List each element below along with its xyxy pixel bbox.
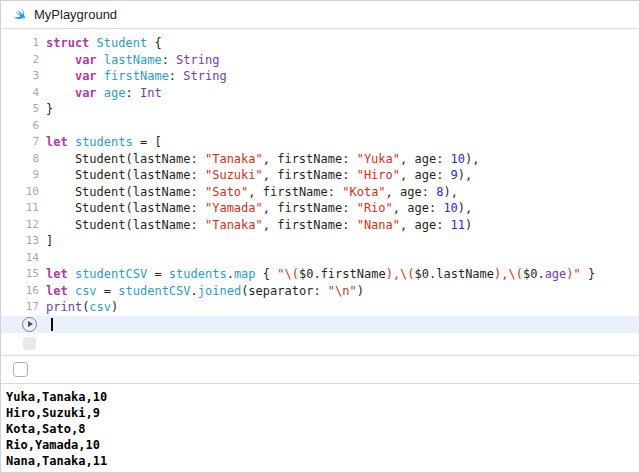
code-text: ]: [46, 233, 53, 250]
cursor-line[interactable]: [1, 316, 639, 334]
code-text: }: [46, 101, 53, 118]
code-line[interactable]: 7let students = [: [1, 134, 639, 151]
console-output: Yuka,Tanaka,10Hiro,Suzuki,9Kota,Sato,8Ri…: [1, 384, 639, 472]
code-line[interactable]: 16let csv = studentCSV.joined(separator:…: [1, 283, 639, 300]
playground-title: MyPlayground: [34, 7, 117, 22]
code-line[interactable]: 17print(csv): [1, 299, 639, 316]
code-text: print(csv): [46, 299, 118, 316]
swift-bird-icon: [12, 7, 27, 22]
line-number: 3: [1, 68, 39, 85]
code-editor[interactable]: 1struct Student {2 var lastName: String3…: [1, 29, 639, 355]
play-icon: [28, 321, 33, 327]
line-number: 4: [1, 85, 39, 102]
line-number: 13: [1, 233, 39, 250]
code-line[interactable]: 9 Student(lastName: "Suzuki", firstName:…: [1, 167, 639, 184]
code-text: var lastName: String: [46, 52, 219, 69]
code-text: var firstName: String: [46, 68, 227, 85]
line-number: 15: [1, 266, 39, 283]
code-text: let csv = studentCSV.joined(separator: "…: [46, 283, 364, 300]
code-line[interactable]: 4 var age: Int: [1, 85, 639, 102]
code-text: Student(lastName: "Suzuki", firstName: "…: [46, 167, 472, 184]
line-number: 8: [1, 151, 39, 168]
code-line[interactable]: 13]: [1, 233, 639, 250]
line-number: 9: [1, 167, 39, 184]
line-number: 7: [1, 134, 39, 151]
playground-window: MyPlayground 1struct Student {2 var last…: [0, 0, 640, 473]
code-text: struct Student {: [46, 35, 162, 52]
code-line[interactable]: 15let studentCSV = students.map { "\($0.…: [1, 266, 639, 283]
line-number: 10: [1, 184, 39, 201]
code-line[interactable]: 6: [1, 118, 639, 135]
code-line[interactable]: 11 Student(lastName: "Yamada", firstName…: [1, 200, 639, 217]
code-text: Student(lastName: "Sato", firstName: "Ko…: [46, 184, 458, 201]
console-line: Hiro,Suzuki,9: [6, 405, 639, 421]
code-text: Student(lastName: "Tanaka", firstName: "…: [46, 151, 480, 168]
playground-header: MyPlayground: [1, 1, 639, 29]
console-toolbar: [1, 356, 639, 383]
code-line[interactable]: 1struct Student {: [1, 35, 639, 52]
line-number: 2: [1, 52, 39, 69]
console-line: Yuka,Tanaka,10: [6, 389, 639, 405]
code-text: let students = [: [46, 134, 162, 151]
code-text: Student(lastName: "Yamada", firstName: "…: [46, 200, 472, 217]
line-number: 12: [1, 217, 39, 234]
line-number: 16: [1, 283, 39, 300]
run-button[interactable]: [22, 317, 37, 332]
console-line: Nana,Tanaka,11: [6, 453, 639, 469]
code-text: Student(lastName: "Tanaka", firstName: "…: [46, 217, 472, 234]
line-number: 1: [1, 35, 39, 52]
text-cursor: [51, 318, 53, 331]
results-checkbox[interactable]: [13, 362, 28, 377]
line-number: 14: [1, 250, 39, 267]
console-line: Rio,Yamada,10: [6, 437, 639, 453]
line-number: 11: [1, 200, 39, 217]
code-line[interactable]: 12 Student(lastName: "Tanaka", firstName…: [1, 217, 639, 234]
editor-footer-square: [23, 337, 36, 350]
code-line[interactable]: 10 Student(lastName: "Sato", firstName: …: [1, 184, 639, 201]
code-text: let studentCSV = students.map { "\($0.fi…: [46, 266, 595, 283]
code-line[interactable]: 2 var lastName: String: [1, 52, 639, 69]
console-line: Kota,Sato,8: [6, 421, 639, 437]
code-line[interactable]: 14: [1, 250, 639, 267]
code-line[interactable]: 3 var firstName: String: [1, 68, 639, 85]
line-number: 17: [1, 299, 39, 316]
line-number: 6: [1, 118, 39, 135]
line-number: 5: [1, 101, 39, 118]
code-lines: 1struct Student {2 var lastName: String3…: [1, 35, 639, 316]
code-text: var age: Int: [46, 85, 162, 102]
code-line[interactable]: 8 Student(lastName: "Tanaka", firstName:…: [1, 151, 639, 168]
code-line[interactable]: 5}: [1, 101, 639, 118]
